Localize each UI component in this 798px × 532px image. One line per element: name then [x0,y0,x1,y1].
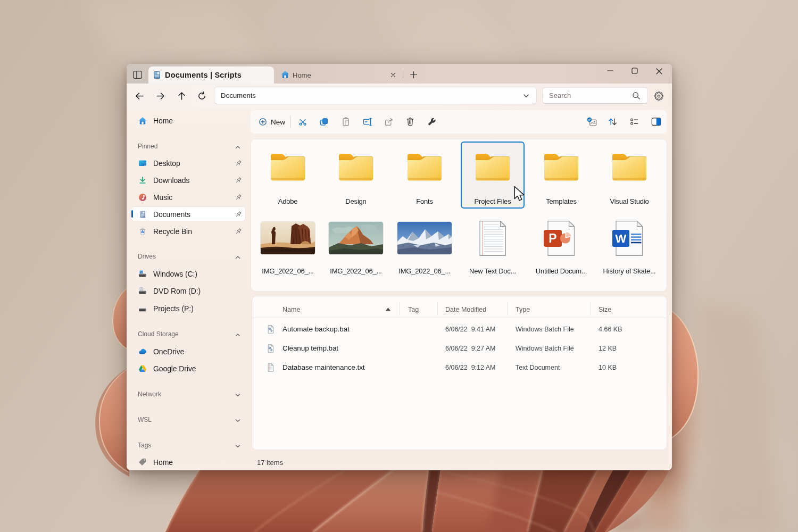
svg-text:W: W [616,232,627,245]
svg-text:P: P [548,231,556,245]
